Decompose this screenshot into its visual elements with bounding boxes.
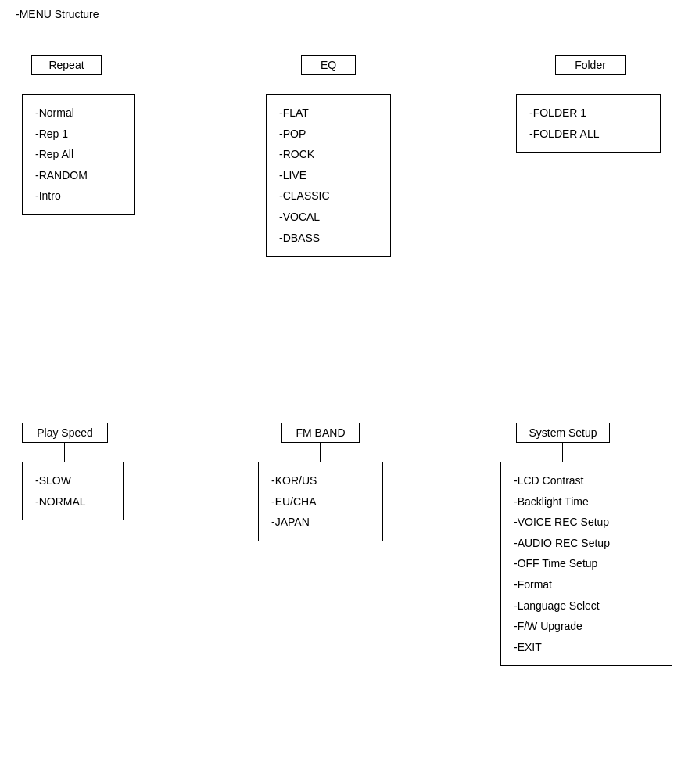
folder-node: Folder [555, 55, 626, 75]
folder-leaf: -FOLDER 1 -FOLDER ALL [516, 94, 661, 153]
eq-node: EQ [301, 55, 356, 75]
playspeed-node: Play Speed [22, 423, 108, 443]
fmband-leaf: -KOR/US -EU/CHA -JAPAN [258, 462, 383, 541]
playspeed-leaf: -SLOW -NORMAL [22, 462, 124, 520]
systemsetup-node: System Setup [516, 423, 610, 443]
page-title: -MENU Structure [16, 8, 99, 20]
eq-leaf: -FLAT -POP -ROCK -LIVE -CLASSIC -VOCAL -… [266, 94, 391, 257]
systemsetup-leaf: -LCD Contrast -Backlight Time -VOICE REC… [500, 462, 672, 666]
repeat-leaf: -Normal -Rep 1 -Rep All -RANDOM -Intro [22, 94, 135, 215]
repeat-node: Repeat [31, 55, 102, 75]
fmband-node: FM BAND [281, 423, 360, 443]
